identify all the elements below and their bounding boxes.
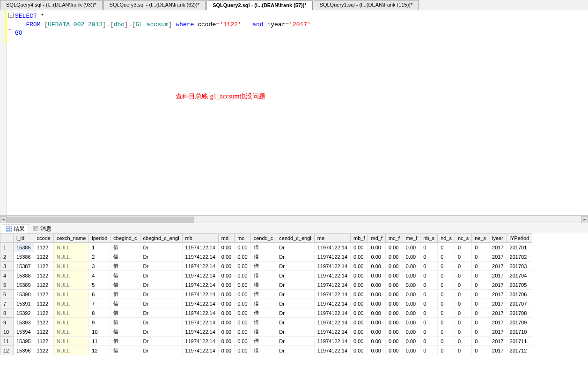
cell[interactable]: 0 — [438, 318, 455, 327]
cell[interactable]: 0.00 — [403, 280, 420, 290]
cell[interactable]: Dr — [140, 243, 182, 252]
table-row[interactable]: 12153961122NULL12借Dr11974122.140.000.00借… — [0, 346, 532, 355]
cell[interactable]: 0.00 — [218, 308, 234, 318]
cell[interactable]: 0 — [420, 290, 438, 299]
cell[interactable]: 11974122.14 — [314, 271, 350, 280]
cell[interactable]: 0.00 — [218, 252, 234, 262]
cell[interactable]: 0.00 — [218, 271, 234, 280]
cell[interactable]: 0 — [420, 327, 438, 337]
col-header[interactable]: mc — [235, 234, 250, 243]
cell[interactable]: 0.00 — [403, 290, 420, 299]
col-header[interactable]: ccode — [34, 234, 53, 243]
cell[interactable]: 0 — [472, 252, 489, 262]
cell[interactable]: 2017 — [489, 243, 507, 252]
cell[interactable]: 0.00 — [368, 262, 385, 271]
cell[interactable]: NULL — [53, 337, 88, 346]
cell[interactable]: 15391 — [14, 299, 34, 308]
cell[interactable]: 0.00 — [235, 262, 250, 271]
cell[interactable]: 15393 — [14, 318, 34, 327]
cell[interactable]: 0.00 — [403, 337, 420, 346]
cell[interactable]: 借 — [250, 327, 276, 337]
cell[interactable]: Dr — [140, 327, 182, 337]
cell[interactable]: 9 — [89, 318, 110, 327]
cell[interactable]: NULL — [53, 346, 88, 355]
row-number[interactable]: 1 — [0, 243, 14, 252]
cell[interactable]: 借 — [110, 327, 140, 337]
tab-sqlquery1[interactable]: SQLQuery1.sql - (l...(DEAN\frank (115))* — [314, 0, 419, 10]
cell[interactable]: 11974122.14 — [182, 308, 218, 318]
cell[interactable]: 201702 — [507, 252, 532, 262]
col-header[interactable]: cexch_name — [53, 234, 88, 243]
col-header[interactable]: iyear — [489, 234, 507, 243]
cell[interactable]: 1122 — [34, 252, 53, 262]
cell[interactable]: 11974122.14 — [314, 327, 350, 337]
cell[interactable]: 0.00 — [385, 271, 403, 280]
cell[interactable]: Dr — [276, 280, 315, 290]
cell[interactable]: 15392 — [14, 308, 34, 318]
cell[interactable]: 2 — [89, 252, 110, 262]
cell[interactable]: 0.00 — [403, 262, 420, 271]
cell[interactable]: 201708 — [507, 308, 532, 318]
cell[interactable]: 0 — [455, 337, 471, 346]
cell[interactable]: 0.00 — [351, 318, 368, 327]
cell[interactable]: 11974122.14 — [314, 262, 350, 271]
cell[interactable]: 0 — [438, 243, 455, 252]
cell[interactable]: Dr — [140, 290, 182, 299]
cell[interactable]: 0.00 — [385, 280, 403, 290]
row-number[interactable]: 7 — [0, 299, 14, 308]
cell[interactable]: 0.00 — [351, 262, 368, 271]
table-row[interactable]: 5153891122NULL5借Dr11974122.140.000.00借Dr… — [0, 280, 532, 290]
cell[interactable]: 0 — [438, 299, 455, 308]
cell[interactable]: 15389 — [14, 280, 34, 290]
cell[interactable]: Dr — [140, 271, 182, 280]
cell[interactable]: 0 — [438, 327, 455, 337]
cell[interactable]: 0 — [420, 318, 438, 327]
cell[interactable]: 0.00 — [351, 299, 368, 308]
col-header[interactable]: nb_s — [420, 234, 438, 243]
cell[interactable]: 0 — [455, 299, 471, 308]
scroll-left-arrow-icon[interactable]: ◄ — [0, 216, 7, 223]
cell[interactable]: 11974122.14 — [314, 308, 350, 318]
cell[interactable]: Dr — [140, 280, 182, 290]
cell[interactable]: Dr — [276, 308, 315, 318]
cell[interactable]: 0.00 — [368, 252, 385, 262]
cell[interactable]: 2017 — [489, 262, 507, 271]
cell[interactable]: 1122 — [34, 308, 53, 318]
cell[interactable]: 2017 — [489, 337, 507, 346]
cell[interactable]: 借 — [250, 252, 276, 262]
cell[interactable]: 2017 — [489, 280, 507, 290]
cell[interactable]: 1122 — [34, 337, 53, 346]
cell[interactable]: 11974122.14 — [182, 346, 218, 355]
cell[interactable]: 0 — [420, 262, 438, 271]
cell[interactable]: 11974122.14 — [182, 290, 218, 299]
cell[interactable]: 0 — [438, 280, 455, 290]
cell[interactable]: Dr — [276, 327, 315, 337]
cell[interactable]: Dr — [276, 337, 315, 346]
cell[interactable]: Dr — [140, 346, 182, 355]
cell[interactable]: 0.00 — [351, 252, 368, 262]
cell[interactable]: 6 — [89, 290, 110, 299]
cell[interactable]: 0.00 — [403, 346, 420, 355]
cell[interactable]: 0 — [438, 346, 455, 355]
cell[interactable]: 0 — [472, 308, 489, 318]
cell[interactable]: 0.00 — [368, 299, 385, 308]
cell[interactable]: 15390 — [14, 290, 34, 299]
cell[interactable]: 借 — [110, 280, 140, 290]
cell[interactable]: 2017 — [489, 308, 507, 318]
row-number[interactable]: 3 — [0, 262, 14, 271]
cell[interactable]: 0.00 — [368, 337, 385, 346]
cell[interactable]: 借 — [110, 308, 140, 318]
cell[interactable]: 11974122.14 — [182, 262, 218, 271]
cell[interactable]: 0.00 — [218, 318, 234, 327]
cell[interactable]: 0.00 — [351, 346, 368, 355]
cell[interactable]: 201709 — [507, 318, 532, 327]
cell[interactable]: 0.00 — [385, 318, 403, 327]
cell[interactable]: 0.00 — [218, 280, 234, 290]
code-fold-toggle[interactable]: - — [8, 13, 14, 18]
editor-hscrollbar[interactable]: ◄ ► — [0, 216, 588, 223]
cell[interactable]: 0 — [472, 262, 489, 271]
cell[interactable]: 0.00 — [218, 243, 234, 252]
cell[interactable]: 借 — [110, 243, 140, 252]
cell[interactable]: 0.00 — [385, 262, 403, 271]
col-header[interactable]: cendd_c_engl — [276, 234, 315, 243]
